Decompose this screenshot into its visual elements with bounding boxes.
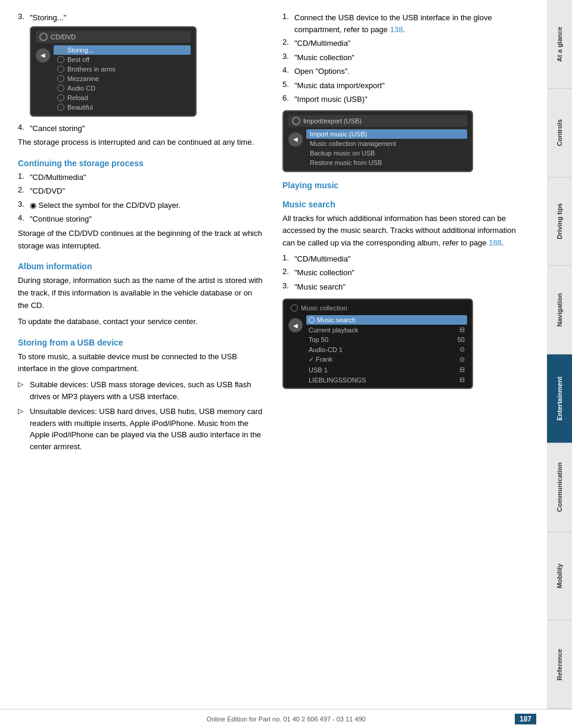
cd-dvd-screen: CD/DVD ◀ Storing... Best off Brothers i bbox=[30, 26, 197, 117]
music-row-text: Top 50 bbox=[309, 336, 328, 343]
step-text: Connect the USB device to the USB interf… bbox=[294, 12, 529, 35]
sidebar-label: Driving tips bbox=[556, 203, 563, 239]
step-num: 3. bbox=[282, 52, 294, 61]
item-icon bbox=[57, 85, 64, 92]
step-text: "Music data import/export" bbox=[294, 80, 385, 92]
right-step-4: 4. Open "Options". bbox=[282, 66, 529, 77]
main-content: 3. "Storing..." CD/DVD ◀ Storing... Best bbox=[0, 0, 547, 468]
sidebar-item-mobility[interactable]: Mobility bbox=[547, 532, 572, 621]
cd-item-text: Reload bbox=[67, 94, 88, 101]
row-value: 50 bbox=[458, 336, 465, 343]
import-item-text: Import music (USB) bbox=[310, 130, 367, 138]
playing-music-heading: Playing music bbox=[282, 181, 529, 190]
music-row-text: Current playback bbox=[309, 326, 358, 334]
row-icon: ⊟ bbox=[459, 326, 465, 334]
right-step-3: 3. "Music collection" bbox=[282, 52, 529, 64]
item-icon bbox=[57, 94, 64, 101]
step-3-num: 3. bbox=[18, 12, 30, 21]
music-step-1: 1. "CD/Multimedia" bbox=[282, 253, 529, 265]
step-text: "Music collection" bbox=[294, 52, 355, 64]
music-row-text: Audio-CD 1 bbox=[309, 346, 343, 353]
cd-item-text: Beautiful bbox=[67, 104, 93, 111]
sidebar-item-entertainment[interactable]: Entertainment bbox=[547, 354, 572, 443]
step-text: "CD/Multimedia" bbox=[294, 253, 350, 265]
step-num: 3. bbox=[18, 200, 30, 209]
music-screen-body: ◀ Music search Current playback ⊟ Top 50 bbox=[288, 315, 467, 385]
import-item-2: Music collection management bbox=[306, 139, 467, 148]
step-num: 5. bbox=[282, 80, 294, 89]
cd-icon bbox=[291, 304, 298, 312]
bullet-text: Suitable devices: USB mass storage devic… bbox=[30, 379, 265, 402]
music-row-text: ✓ Frank bbox=[309, 356, 332, 363]
continuing-step-4: 4. "Continue storing" bbox=[18, 213, 265, 225]
import-screen-body: ◀ Import music (USB) Music collection ma… bbox=[288, 129, 467, 167]
cd-item-text: Mezzanine bbox=[67, 75, 99, 82]
item-icon bbox=[57, 104, 64, 111]
step-text: "Music search" bbox=[294, 281, 346, 293]
row-icon: ⊟ bbox=[459, 376, 465, 384]
sidebar-label: Mobility bbox=[556, 564, 563, 589]
bullet-arrow-icon: ▷ bbox=[18, 406, 27, 416]
music-step-3: 3. "Music search" bbox=[282, 281, 529, 293]
screen-items: Storing... Best off Brothers in arms Mez… bbox=[54, 45, 191, 112]
sidebar-item-communication[interactable]: Communication bbox=[547, 443, 572, 532]
page-link[interactable]: 138 bbox=[390, 25, 403, 34]
sidebar-item-navigation[interactable]: Navigation bbox=[547, 266, 572, 354]
music-search-text: All tracks for which additional informat… bbox=[282, 213, 529, 250]
right-step-6: 6. "Import music (USB)" bbox=[282, 94, 529, 105]
step-num: 4. bbox=[18, 213, 30, 222]
step-text: "CD/DVD" bbox=[30, 185, 65, 197]
item-icon bbox=[57, 56, 64, 63]
bullet-text: Unsuitable devices: USB hard drives, USB… bbox=[30, 406, 265, 452]
sidebar-label: Communication bbox=[556, 462, 563, 512]
page-link-2[interactable]: 188 bbox=[489, 238, 502, 247]
step-text: "CD/Multimedia" bbox=[30, 172, 86, 183]
cd-icon bbox=[39, 33, 48, 41]
nav-left: ◀ bbox=[288, 318, 303, 332]
step-3-text: "Storing..." bbox=[30, 12, 66, 24]
step-num: 2. bbox=[18, 185, 30, 194]
step-num: 2. bbox=[282, 267, 294, 276]
cd-item-beautiful: Beautiful bbox=[54, 102, 191, 112]
cd-item-reload: Reload bbox=[54, 93, 191, 102]
sidebar-item-at-a-glance[interactable]: At a glance bbox=[547, 0, 572, 89]
music-screen-items: Music search Current playback ⊟ Top 50 5… bbox=[306, 315, 467, 385]
music-screen-title: Music collection bbox=[288, 303, 467, 313]
import-item-1: Import music (USB) bbox=[306, 129, 467, 139]
item-icon bbox=[57, 66, 64, 73]
continuing-step-1: 1. "CD/Multimedia" bbox=[18, 172, 265, 183]
right-step-2: 2. "CD/Multimedia" bbox=[282, 38, 529, 49]
music-row-search: Music search bbox=[306, 315, 467, 325]
music-row-text: USB 1 bbox=[309, 366, 328, 374]
search-icon bbox=[309, 317, 315, 323]
sidebar-label: Controls bbox=[556, 119, 563, 146]
step-num: 1. bbox=[282, 12, 294, 21]
item-icon bbox=[57, 75, 64, 82]
music-row-current: Current playback ⊟ bbox=[306, 325, 467, 335]
cd-dvd-title: CD/DVD bbox=[51, 33, 76, 41]
step-num: 3. bbox=[282, 281, 294, 290]
bullet-unsuitable: ▷ Unsuitable devices: USB hard drives, U… bbox=[18, 406, 265, 452]
step-4-num: 4. bbox=[18, 123, 30, 132]
cd-item-brothers: Brothers in arms bbox=[54, 64, 191, 74]
music-row-text: Music search bbox=[309, 316, 356, 323]
cd-item-storing: Storing... bbox=[54, 45, 191, 55]
music-row-lieblings: LIEBLINGSSONGS ⊟ bbox=[306, 375, 467, 385]
step-text: "Music collection" bbox=[294, 267, 355, 279]
cd-dvd-title-bar: CD/DVD bbox=[36, 31, 191, 43]
sidebar-item-reference[interactable]: Reference bbox=[547, 620, 572, 709]
sidebar-label: At a glance bbox=[556, 27, 563, 62]
bullet-suitable: ▷ Suitable devices: USB mass storage dev… bbox=[18, 379, 265, 402]
sidebar-label: Navigation bbox=[556, 293, 563, 326]
import-export-title-bar: Import/export (USB) bbox=[288, 115, 467, 127]
continuing-step-3: 3. ◉ Select the symbol for the CD/DVD pl… bbox=[18, 200, 265, 211]
sidebar-item-driving-tips[interactable]: Driving tips bbox=[547, 178, 572, 266]
bullet-arrow-icon: ▷ bbox=[18, 379, 27, 390]
step-4-text: "Cancel storing" bbox=[30, 123, 85, 135]
step-text: "Continue storing" bbox=[30, 213, 92, 225]
screen-body: ◀ Storing... Best off Brothers in arms bbox=[36, 45, 191, 112]
album-heading: Album information bbox=[18, 262, 265, 271]
sidebar-label: Entertainment bbox=[556, 377, 563, 421]
sidebar-item-controls[interactable]: Controls bbox=[547, 89, 572, 178]
album-text-2: To update the database, contact your ser… bbox=[18, 316, 265, 328]
